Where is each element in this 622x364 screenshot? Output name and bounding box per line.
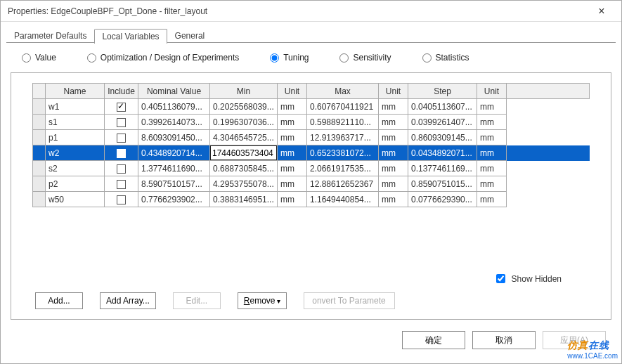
cell-min[interactable]: 0.2025568039...: [210, 99, 278, 115]
cell-unit2[interactable]: mm: [379, 130, 408, 145]
cell-unit2[interactable]: mm: [379, 192, 408, 207]
cell-min[interactable]: 0.6887305845...: [210, 161, 278, 176]
cell-name[interactable]: p1: [46, 130, 105, 145]
checkbox-icon[interactable]: [117, 195, 126, 204]
table-row[interactable]: w10.4051136079...0.2025568039...mm0.6076…: [33, 99, 590, 115]
col-unit3[interactable]: Unit: [477, 84, 507, 99]
row-header[interactable]: [33, 115, 46, 130]
cell-include[interactable]: [105, 130, 138, 145]
cell-min[interactable]: 4.3046545725...: [210, 130, 278, 145]
table-row[interactable]: w500.7766293902...0.3883146951...mm1.164…: [33, 192, 590, 207]
row-header[interactable]: [33, 99, 46, 115]
col-nominal[interactable]: Nominal Value: [138, 84, 210, 99]
row-header[interactable]: [33, 145, 46, 161]
cell-step[interactable]: 0.0434892071...: [408, 145, 477, 161]
cell-include[interactable]: [105, 99, 138, 115]
min-edit-input[interactable]: [210, 145, 277, 160]
row-header[interactable]: [33, 192, 46, 207]
cell-max[interactable]: 2.0661917535...: [307, 161, 379, 176]
radio-tuning[interactable]: Tuning: [270, 53, 309, 63]
cell-include[interactable]: [105, 145, 138, 161]
cell-unit2[interactable]: mm: [379, 176, 408, 192]
cell-unit3[interactable]: mm: [477, 161, 507, 176]
close-icon[interactable]: ×: [588, 5, 616, 18]
add-array-button[interactable]: Add Array...: [100, 292, 156, 309]
radio-value[interactable]: Value: [22, 53, 56, 63]
cell-max[interactable]: 1.1649440854...: [307, 192, 379, 207]
cell-min[interactable]: 0.3883146951...: [210, 192, 278, 207]
cell-name[interactable]: w50: [46, 192, 105, 207]
cell-unit3[interactable]: mm: [477, 176, 507, 192]
add-button[interactable]: Add...: [35, 292, 83, 309]
checkbox-icon[interactable]: [117, 118, 126, 127]
row-header[interactable]: [33, 161, 46, 176]
cell-nominal[interactable]: 0.4348920714...: [138, 145, 210, 161]
table-row[interactable]: w20.4348920714...mm0.6523381072...mm0.04…: [33, 145, 590, 161]
cell-max[interactable]: 0.5988921110...: [307, 115, 379, 130]
cell-unit2[interactable]: mm: [379, 145, 408, 161]
radio-optimization[interactable]: Optimization / Design of Experiments: [87, 53, 239, 63]
tab-local-variables[interactable]: Local Variables: [94, 29, 167, 44]
col-unit2[interactable]: Unit: [379, 84, 408, 99]
col-step[interactable]: Step: [408, 84, 477, 99]
cell-include[interactable]: [105, 161, 138, 176]
table-row[interactable]: s21.3774611690...0.6887305845...mm2.0661…: [33, 161, 590, 176]
cell-step[interactable]: 0.8609309145...: [408, 130, 477, 145]
cell-unit2[interactable]: mm: [379, 115, 408, 130]
cell-step[interactable]: 0.8590751015...: [408, 176, 477, 192]
row-header[interactable]: [33, 130, 46, 145]
cell-unit1[interactable]: mm: [278, 130, 307, 145]
cell-step[interactable]: 0.0405113607...: [408, 99, 477, 115]
cell-step[interactable]: 0.0776629390...: [408, 192, 477, 207]
checkbox-icon[interactable]: [117, 149, 126, 158]
cell-unit3[interactable]: mm: [477, 99, 507, 115]
cell-unit2[interactable]: mm: [379, 99, 408, 115]
cell-include[interactable]: [105, 192, 138, 207]
cell-include[interactable]: [105, 176, 138, 192]
cell-unit1[interactable]: mm: [278, 115, 307, 130]
checkbox-icon[interactable]: [117, 180, 126, 189]
cell-unit1[interactable]: mm: [278, 99, 307, 115]
table-row[interactable]: p28.5907510157...4.2953755078...mm12.886…: [33, 176, 590, 192]
cell-nominal[interactable]: 0.7766293902...: [138, 192, 210, 207]
cell-min[interactable]: 4.2953755078...: [210, 176, 278, 192]
col-max[interactable]: Max: [307, 84, 379, 99]
checkbox-icon[interactable]: [117, 164, 126, 174]
cell-step[interactable]: 0.1377461169...: [408, 161, 477, 176]
cell-min[interactable]: [210, 145, 278, 161]
cell-unit1[interactable]: mm: [278, 145, 307, 161]
cell-max[interactable]: 0.607670411921: [307, 99, 379, 115]
cell-name[interactable]: w1: [46, 99, 105, 115]
cell-include[interactable]: [105, 115, 138, 130]
show-hidden-checkbox[interactable]: Show Hidden: [493, 272, 562, 285]
cell-name[interactable]: s2: [46, 161, 105, 176]
tab-general[interactable]: General: [167, 28, 213, 43]
cell-nominal[interactable]: 8.6093091450...: [138, 130, 210, 145]
cell-unit3[interactable]: mm: [477, 145, 507, 161]
cell-step[interactable]: 0.0399261407...: [408, 115, 477, 130]
cell-unit3[interactable]: mm: [477, 130, 507, 145]
cell-nominal[interactable]: 0.4051136079...: [138, 99, 210, 115]
cell-max[interactable]: 12.913963717...: [307, 130, 379, 145]
col-rowheader[interactable]: [33, 84, 46, 99]
cell-unit1[interactable]: mm: [278, 176, 307, 192]
col-name[interactable]: Name: [46, 84, 105, 99]
cell-max[interactable]: 0.6523381072...: [307, 145, 379, 161]
show-hidden-input[interactable]: [496, 274, 505, 283]
tab-parameter-defaults[interactable]: Parameter Defaults: [6, 28, 94, 43]
cell-unit1[interactable]: mm: [278, 192, 307, 207]
checkbox-icon[interactable]: [117, 134, 126, 143]
row-header[interactable]: [33, 176, 46, 192]
cancel-button[interactable]: 取消: [472, 331, 536, 349]
cell-name[interactable]: w2: [46, 145, 105, 161]
cell-name[interactable]: s1: [46, 115, 105, 130]
cell-unit2[interactable]: mm: [379, 161, 408, 176]
col-unit1[interactable]: Unit: [278, 84, 307, 99]
col-min[interactable]: Min: [210, 84, 278, 99]
remove-button[interactable]: Remove: [238, 292, 287, 309]
cell-unit1[interactable]: mm: [278, 161, 307, 176]
cell-name[interactable]: p2: [46, 176, 105, 192]
cell-nominal[interactable]: 8.5907510157...: [138, 176, 210, 192]
table-row[interactable]: s10.3992614073...0.1996307036...mm0.5988…: [33, 115, 590, 130]
cell-min[interactable]: 0.1996307036...: [210, 115, 278, 130]
